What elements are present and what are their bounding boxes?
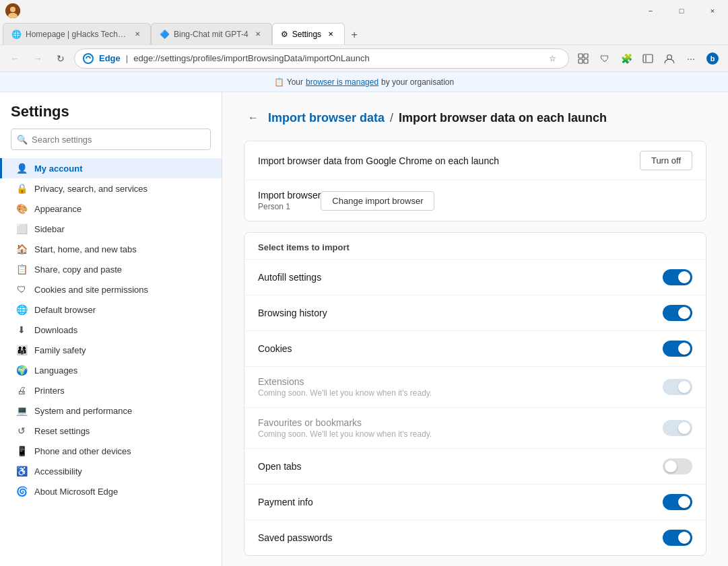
search-input[interactable]	[32, 135, 205, 145]
content-area: ← Import browser data / Import browser d…	[222, 92, 728, 566]
sidebar-item-system[interactable]: 💻 System and performance	[0, 400, 222, 421]
svg-point-1	[10, 7, 15, 12]
toggle-track-saved-passwords[interactable]	[663, 530, 692, 546]
sidebar-item-cookies[interactable]: 🛡 Cookies and site permissions	[0, 279, 222, 299]
collections-button[interactable]	[573, 48, 593, 69]
toggle-track-browsing-history[interactable]	[663, 305, 692, 321]
toggle-payment-info[interactable]	[663, 494, 692, 510]
tab-favicon-ghacks: 🌐	[11, 30, 22, 39]
import-item-favourites: Favourites or bookmarks Coming soon. We'…	[244, 408, 706, 449]
import-item-text-autofill: Autofill settings	[258, 272, 663, 283]
nav-label-phone: Phone and other devices	[34, 446, 131, 456]
sidebar-item-my-account[interactable]: 👤 My account	[0, 158, 222, 178]
svg-rect-6	[584, 59, 588, 63]
toggle-saved-passwords[interactable]	[663, 530, 692, 546]
sidebar-item-printers[interactable]: 🖨 Printers	[0, 380, 222, 400]
toggle-track-open-tabs[interactable]	[663, 458, 692, 474]
tab-close-bing[interactable]: ✕	[253, 29, 263, 40]
address-input[interactable]: Edge | edge://settings/profiles/importBr…	[74, 48, 569, 69]
breadcrumb-current: Import browser data on each launch	[399, 111, 607, 125]
import-launch-row: Import browser data from Google Chrome o…	[244, 141, 706, 180]
new-tab-button[interactable]: +	[345, 26, 364, 44]
search-box[interactable]: 🔍	[11, 129, 211, 150]
toggle-extensions	[663, 379, 692, 395]
toggle-open-tabs[interactable]	[663, 458, 692, 474]
info-bar: 📋 Your browser is managed by your organi…	[0, 72, 728, 92]
svg-rect-5	[578, 59, 583, 63]
sidebar-item-downloads[interactable]: ⬇ Downloads	[0, 320, 222, 340]
address-separator: |	[126, 53, 128, 63]
sidebar-item-phone[interactable]: 📱 Phone and other devices	[0, 441, 222, 461]
nav-icon-cookies: 🛡	[15, 283, 28, 295]
toggle-browsing-history[interactable]	[663, 305, 692, 321]
tab-settings[interactable]: ⚙ Settings ✕	[272, 23, 345, 44]
import-item-text-payment-info: Payment info	[258, 497, 663, 507]
address-bar: ← → ↻ Edge | edge://settings/profiles/im…	[0, 45, 728, 72]
change-import-browser-button[interactable]: Change import browser	[321, 191, 434, 211]
nav-icon-system: 💻	[15, 404, 28, 417]
sidebar-item-family-safety[interactable]: 👨‍👩‍👧 Family safety	[0, 340, 222, 360]
tab-close-settings[interactable]: ✕	[325, 29, 336, 40]
import-item-label-browsing-history: Browsing history	[258, 308, 663, 318]
sidebar-item-sidebar[interactable]: ⬜ Sidebar	[0, 219, 222, 239]
sidebar-item-privacy[interactable]: 🔒 Privacy, search, and services	[0, 178, 222, 199]
toggle-thumb-browsing-history	[678, 307, 690, 319]
select-items-header: Select items to import	[244, 233, 706, 260]
import-item-saved-passwords: Saved passwords	[244, 520, 706, 555]
tab-ghacks[interactable]: 🌐 Homepage | gHacks Technology ✕	[3, 23, 151, 44]
maximize-button[interactable]: □	[666, 0, 697, 22]
import-item-label-payment-info: Payment info	[258, 497, 663, 507]
toggle-thumb-saved-passwords	[678, 532, 690, 544]
sidebar-item-about[interactable]: 🌀 About Microsoft Edge	[0, 481, 222, 501]
toggle-track-cookies[interactable]	[663, 341, 692, 357]
import-item-label-autofill: Autofill settings	[258, 272, 663, 283]
tab-close-ghacks[interactable]: ✕	[133, 29, 142, 40]
tab-bing[interactable]: 🔷 Bing-Chat mit GPT-4 ✕	[151, 23, 272, 44]
shield-button[interactable]: 🛡	[595, 48, 615, 69]
forward-button[interactable]: →	[28, 49, 47, 68]
import-item-label-cookies: Cookies	[258, 343, 663, 354]
close-button[interactable]: ×	[697, 0, 728, 22]
star-button[interactable]: ☆	[544, 50, 560, 67]
sidebar-item-reset[interactable]: ↺ Reset settings	[0, 421, 222, 441]
breadcrumb-link[interactable]: Import browser data	[268, 111, 385, 125]
nav-label-appearance: Appearance	[34, 204, 81, 214]
browser-name-label: Edge	[99, 53, 121, 63]
import-browser-row: Import browser Person 1 Change import br…	[244, 180, 706, 221]
import-item-extensions: Extensions Coming soon. We'll let you kn…	[244, 367, 706, 408]
toggle-thumb-open-tabs	[665, 460, 677, 472]
nav-icon-share-copy: 📋	[15, 263, 28, 275]
nav-list: 👤 My account 🔒 Privacy, search, and serv…	[0, 158, 222, 501]
toggle-track-payment-info[interactable]	[663, 494, 692, 510]
import-item-payment-info: Payment info	[244, 485, 706, 520]
managed-link[interactable]: browser is managed	[306, 77, 378, 87]
sidebar-item-default-browser[interactable]: 🌐 Default browser	[0, 299, 222, 320]
toggle-track-autofill[interactable]	[663, 269, 692, 285]
breadcrumb-separator: /	[390, 111, 393, 125]
sidebar-toggle[interactable]	[638, 48, 658, 69]
nav-label-languages: Languages	[34, 365, 77, 376]
minimize-button[interactable]: −	[635, 0, 666, 22]
sidebar-item-accessibility[interactable]: ♿ Accessibility	[0, 461, 222, 481]
more-button[interactable]: ···	[681, 48, 701, 69]
nav-icon-default-browser: 🌐	[15, 304, 28, 316]
back-button[interactable]: ←	[5, 49, 24, 68]
import-launch-label: Import browser data from Google Chrome o…	[258, 155, 640, 166]
profile-button[interactable]	[659, 48, 680, 69]
sidebar-item-appearance[interactable]: 🎨 Appearance	[0, 199, 222, 219]
sidebar-item-share-copy[interactable]: 📋 Share, copy and paste	[0, 259, 222, 279]
import-item-open-tabs: Open tabs	[244, 449, 706, 485]
nav-label-privacy: Privacy, search, and services	[34, 184, 147, 194]
extensions-button[interactable]: 🧩	[616, 48, 636, 69]
toggle-autofill[interactable]	[663, 269, 692, 285]
sidebar: Settings 🔍 👤 My account 🔒 Privacy, searc…	[0, 92, 222, 566]
toggle-cookies[interactable]	[663, 341, 692, 357]
sidebar-item-start-home[interactable]: 🏠 Start, home, and new tabs	[0, 239, 222, 259]
refresh-button[interactable]: ↻	[51, 49, 70, 68]
copilot-button[interactable]: b	[702, 48, 723, 69]
sidebar-item-languages[interactable]: 🌍 Languages	[0, 360, 222, 380]
nav-label-sidebar: Sidebar	[34, 224, 65, 234]
breadcrumb-back-button[interactable]: ←	[244, 108, 263, 127]
toggle-thumb-extensions	[678, 381, 690, 393]
turn-off-button[interactable]: Turn off	[640, 151, 692, 170]
